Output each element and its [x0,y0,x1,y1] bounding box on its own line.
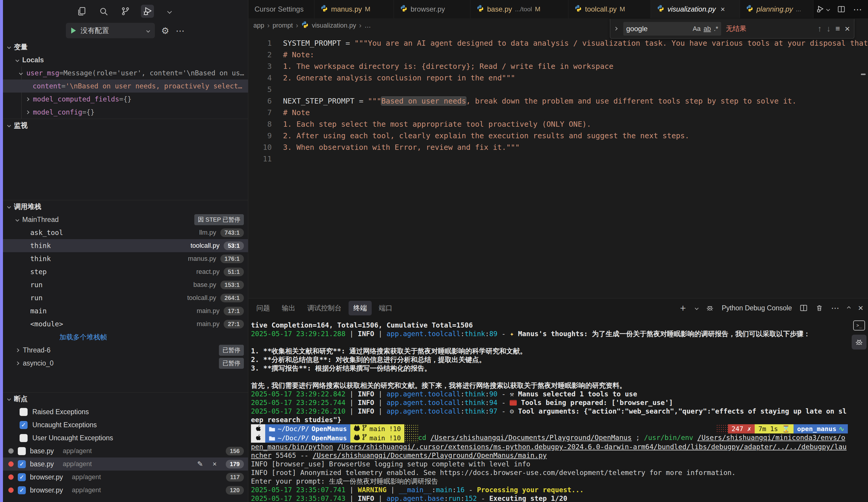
watch-section-header[interactable]: 监视 [3,119,248,132]
checkbox[interactable]: ✓ [18,486,26,494]
remove-breakpoint-icon[interactable]: × [213,460,217,468]
breadcrumb-app[interactable]: app [254,22,264,29]
callstack-thread-mainthread[interactable]: MainThread 因 STEP 已暂停 [3,213,248,226]
code-line[interactable]: 1SYSTEM_PROMPT = """You are an AI agent … [249,37,862,49]
stack-frame-row[interactable]: thinkmanus.py176:1 [3,252,248,265]
launch-config-dropdown[interactable]: 没有配置 [66,23,155,38]
split-terminal-icon[interactable] [799,304,808,312]
breadcrumb-prompt[interactable]: prompt [272,22,293,29]
close-panel-icon[interactable]: × [858,303,863,313]
find-input[interactable] [626,24,690,33]
file-breakpoint-row[interactable]: ✓browser.pyapp/agent117 [3,471,248,484]
editor-more-actions-icon[interactable]: ⋯ [853,4,862,14]
panel-tab-输出[interactable]: 输出 [277,301,300,315]
stack-frame-row[interactable]: thinktoolcall.py53:1 [3,239,248,252]
file-breakpoint-row[interactable]: ✓browser.pyapp/agent120 [3,484,248,497]
variables-scope-locals[interactable]: Locals [3,53,248,66]
files-icon[interactable] [75,5,88,18]
exception-breakpoint-row[interactable]: User Uncaught Exceptions [3,431,248,444]
panel-tab-端口[interactable]: 端口 [374,301,397,315]
whole-word-icon[interactable]: ab [704,25,711,33]
tab-cursor-settings[interactable]: Cursor Settings [249,0,314,18]
stack-frame-row[interactable]: stepreact.py51:1 [3,265,248,278]
start-debug-icon[interactable] [71,28,76,33]
debug-console-instance-icon[interactable] [852,335,867,349]
panel-tab-调试控制台[interactable]: 调试控制台 [302,301,346,315]
code-line[interactable]: 7# Note [249,107,862,119]
thread-row[interactable]: Thread-6已暂停 [3,344,248,357]
stack-frame-row[interactable]: ask_toolllm.py743:1 [3,226,248,239]
code-line[interactable]: 92. After using each tool, clearly expla… [249,130,862,142]
twistie-icon[interactable] [19,71,23,75]
chevron-right-icon[interactable] [16,348,19,352]
terminal-instance-icon[interactable]: >_ [853,320,865,330]
twistie-icon[interactable] [25,110,29,114]
code-line[interactable]: 6NEXT_STEP_PROMPT = """Based on user nee… [249,95,862,107]
breakpoints-section-header[interactable]: 断点 [3,392,248,405]
code-line[interactable]: 103. When observation with Error, review… [249,142,862,153]
active-terminal-label[interactable]: Python Debug Console [722,304,792,312]
close-tab-icon[interactable]: × [721,5,725,14]
split-editor-icon[interactable] [837,5,846,13]
search-icon[interactable] [97,5,110,18]
stack-frame-row[interactable]: mainmain.py17:1 [3,305,248,317]
panel-tab-终端[interactable]: 终端 [349,301,372,315]
callstack-section-header[interactable]: 调用堆栈 [3,200,248,213]
breadcrumb-symbol[interactable]: … [364,22,371,29]
code-line[interactable]: 2# Note: [249,49,862,61]
code-line[interactable]: 5 [249,84,862,95]
load-more-frames[interactable]: 加载多个堆栈帧 [3,330,248,344]
maximize-panel-icon[interactable] [847,306,851,310]
stack-frame-row[interactable]: <module>main.py27:1 [3,317,248,330]
code-line[interactable]: 81. Each step select the most appropriat… [249,119,862,130]
regex-icon[interactable]: .* [714,25,718,33]
find-close-icon[interactable]: × [845,24,850,34]
load-more-link[interactable]: 加载多个堆栈帧 [59,332,107,342]
code-line[interactable]: 31. The workspace directory is: {directo… [249,61,862,72]
code-line[interactable]: 11 [249,153,862,165]
find-in-selection-icon[interactable]: ≡ [835,24,840,33]
twistie-icon[interactable] [25,97,29,101]
panel-more-actions-icon[interactable]: ⋯ [831,303,840,313]
checkbox[interactable] [20,408,28,416]
kill-terminal-icon[interactable] [816,304,823,312]
tab-manus-py[interactable]: manus.pyM [314,0,394,18]
run-or-debug-button[interactable] [816,5,829,14]
tab-toolcall-py[interactable]: toolcall.pyM [568,0,651,18]
match-case-icon[interactable]: Aa [693,25,701,33]
checkbox[interactable] [18,447,26,455]
views-overflow-chevron-icon[interactable] [163,5,176,18]
terminal-profile-chevron-icon[interactable] [695,306,699,310]
panel-tab-问题[interactable]: 问题 [251,301,275,315]
tab-base-py[interactable]: base.py.../toolM [471,0,568,18]
find-next-icon[interactable]: ↓ [826,24,830,33]
exception-breakpoint-row[interactable]: ✓Uncaught Exceptions [3,418,248,431]
checkbox[interactable]: ✓ [18,473,26,481]
variable-row[interactable]: model_computed_fields = {} [3,93,248,106]
find-previous-icon[interactable]: ↑ [818,24,822,33]
path-link[interactable]: /Users/shishuangqi/Documents/Playground/… [431,434,632,441]
tab-browser-py[interactable]: browser.py [394,0,471,18]
new-terminal-icon[interactable]: ＋ [678,301,688,315]
find-expand-chevron-icon[interactable] [612,27,619,30]
checkbox[interactable] [20,434,28,442]
edit-breakpoint-icon[interactable]: ✎ [197,460,203,468]
variable-row[interactable]: content = '\nBased on user needs, proact… [3,80,248,93]
thread-row[interactable]: asyncio_0已暂停 [3,357,248,370]
stack-frame-row[interactable]: runtoolcall.py264:1 [3,291,248,305]
file-breakpoint-row[interactable]: base.pyapp/agent156 [3,444,248,458]
code-line[interactable]: 42. Generate analysis conclusion report … [249,72,862,84]
stack-frame-row[interactable]: runbase.py153:1 [3,278,248,291]
debug-icon[interactable] [141,5,154,18]
gear-icon[interactable]: ⚙ [162,25,169,36]
more-actions-icon[interactable]: ⋯ [176,25,185,36]
file-breakpoint-row[interactable]: ✓base.pyapp/agent✎×179 [3,458,248,471]
tab-planning-py[interactable]: planning.py... [740,0,814,18]
source-control-icon[interactable] [119,5,132,18]
variables-section-header[interactable]: 变量 [3,40,248,53]
variable-row[interactable]: user_msg = Message(role='user', content=… [3,66,248,80]
path-link[interactable]: /Users/shishuangqi/Documents/Playground/… [313,452,547,459]
variable-row[interactable]: model_config = {} [3,106,248,119]
tab-visualization-py[interactable]: visualization.py× [651,0,740,18]
exception-breakpoint-row[interactable]: Raised Exceptions [3,405,248,418]
